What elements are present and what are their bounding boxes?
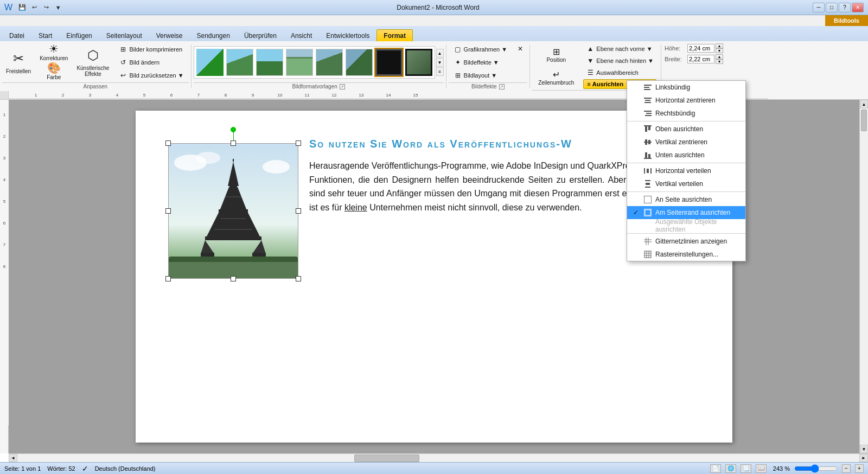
- gallery-item-3[interactable]: [255, 48, 284, 77]
- rastereinstellungen-label: Rastereinstellungen...: [655, 251, 718, 258]
- menu-item-oben-ausrichten[interactable]: Oben ausrichten: [627, 123, 745, 136]
- menu-item-horizontal-verteilen[interactable]: Horizontal verteilen: [627, 164, 745, 177]
- view-web-button[interactable]: 🌐: [725, 464, 736, 473]
- tab-seitenlayout[interactable]: Seitenlayout: [99, 29, 149, 41]
- handle-bm[interactable]: [231, 276, 236, 281]
- height-increment[interactable]: ▲: [716, 43, 723, 48]
- eiffel-background: [169, 144, 298, 278]
- freistellen-button[interactable]: ✂ Freistellen: [2, 42, 35, 81]
- gallery-item-8[interactable]: [404, 48, 433, 77]
- menu-item-horizontal-zentrieren[interactable]: Horizontal zentrieren: [627, 94, 745, 107]
- gallery-expand[interactable]: ≡: [436, 67, 444, 76]
- handle-br[interactable]: [296, 276, 301, 281]
- group-anpassen: ✂ Freistellen ☀ Korrekturen 🎨 Farbe ⬡ Kü…: [2, 42, 189, 90]
- handle-tr[interactable]: [296, 140, 301, 146]
- undo-button[interactable]: ↩: [29, 3, 40, 12]
- menu-item-an-seite-ausrichten[interactable]: An Seite ausrichten: [627, 193, 745, 206]
- kuenstlerische-effekte-button[interactable]: ⬡ KünstlerischeEffekte: [73, 42, 113, 81]
- remove-bg-button[interactable]: ✕: [513, 42, 527, 55]
- farbe-button[interactable]: 🎨 Farbe: [36, 61, 72, 80]
- scroll-thumb-h[interactable]: [354, 454, 419, 462]
- view-print-button[interactable]: 📃: [741, 464, 751, 473]
- save-button[interactable]: 💾: [17, 3, 28, 12]
- gallery-scroll-up[interactable]: ▲: [436, 49, 444, 57]
- bilder-komprimieren-button[interactable]: ⊞ Bilder komprimieren: [116, 44, 186, 55]
- height-decrement[interactable]: ▼: [716, 48, 723, 53]
- handle-tm[interactable]: [231, 140, 236, 146]
- view-normal-button[interactable]: 📄: [710, 464, 721, 473]
- width-increment[interactable]: ▲: [716, 54, 723, 59]
- svg-text:7: 7: [197, 93, 200, 98]
- customize-qa-button[interactable]: ▼: [53, 3, 63, 12]
- menu-item-vertikal-zentrieren[interactable]: Vertikal zentrieren: [627, 136, 745, 149]
- rotate-handle[interactable]: [231, 127, 236, 132]
- scrollbar-v[interactable]: ▲ ▼: [859, 100, 868, 453]
- zeilenumbruch-button[interactable]: ↵ Zeilenumbruch: [534, 68, 578, 87]
- korrekturen-button[interactable]: ☀ Korrekturen: [36, 42, 72, 61]
- handle-mr[interactable]: [296, 208, 301, 214]
- position-button[interactable]: ⊞ Position: [534, 46, 578, 64]
- menu-item-vertikal-verteilen[interactable]: Vertikal verteilen: [627, 177, 745, 190]
- svg-rect-63: [646, 183, 650, 185]
- close-button[interactable]: ✕: [852, 3, 864, 12]
- menu-item-linksbuendig[interactable]: Linksbündig: [627, 81, 745, 94]
- tab-start[interactable]: Start: [31, 29, 59, 41]
- gallery-item-7[interactable]: [374, 48, 404, 77]
- zoom-in-button[interactable]: +: [855, 464, 864, 473]
- image-container[interactable]: [168, 143, 298, 280]
- scroll-right-button[interactable]: ►: [859, 454, 868, 462]
- maximize-button[interactable]: □: [826, 3, 838, 12]
- svg-rect-44: [645, 100, 650, 101]
- tab-ueberprufen[interactable]: Überprüfen: [237, 29, 284, 41]
- scroll-left-button[interactable]: ◄: [9, 454, 17, 462]
- tab-sendungen[interactable]: Sendungen: [189, 29, 237, 41]
- gallery-item-2[interactable]: [225, 48, 254, 77]
- vertikal-zentrieren-label: Vertikal zentrieren: [655, 138, 707, 146]
- zoom-slider[interactable]: [794, 465, 838, 472]
- auswahlbereich-button[interactable]: ☰ Auswahlbereich: [583, 67, 656, 78]
- scrollbar-h[interactable]: ◄ ►: [9, 453, 868, 462]
- zoom-out-button[interactable]: −: [842, 464, 851, 473]
- title-bar: W 💾 ↩ ↪ ▼ Dokument2 - Microsoft Word ─ □…: [0, 0, 868, 15]
- width-input[interactable]: [687, 55, 714, 63]
- tab-entwicklertools[interactable]: Entwicklertools: [319, 29, 376, 41]
- help-button[interactable]: ?: [839, 3, 851, 12]
- handle-ml[interactable]: [165, 208, 171, 214]
- gallery-item-6[interactable]: [344, 48, 374, 77]
- menu-item-unten-ausrichten[interactable]: Unten ausrichten: [627, 149, 745, 162]
- view-reading-button[interactable]: 📖: [756, 464, 767, 473]
- scroll-thumb-v[interactable]: [861, 110, 867, 131]
- group-bildformatvorlagen-expand[interactable]: ↗: [340, 84, 345, 89]
- bild-aendern-button[interactable]: ↺ Bild ändern: [116, 57, 186, 68]
- minimize-button[interactable]: ─: [813, 3, 825, 12]
- height-input[interactable]: [687, 44, 714, 53]
- menu-item-gitternetzlinien[interactable]: Gitternetzlinien anzeigen: [627, 235, 745, 248]
- handle-bl[interactable]: [165, 276, 171, 281]
- redo-button[interactable]: ↪: [41, 3, 52, 12]
- width-decrement[interactable]: ▼: [716, 59, 723, 64]
- language[interactable]: Deutsch (Deutschland): [95, 465, 156, 472]
- menu-item-rastereinstellungen[interactable]: Rastereinstellungen...: [627, 248, 745, 261]
- ebene-nach-vorne-button[interactable]: ▲ Ebene nach vorne ▼: [583, 43, 656, 54]
- scroll-down-button[interactable]: ▼: [860, 445, 868, 453]
- ebene-nach-hinten-button[interactable]: ▼ Ebene nach hinten ▼: [583, 55, 656, 66]
- tab-einfuegen[interactable]: Einfügen: [59, 29, 99, 41]
- tab-verweise[interactable]: Verweise: [149, 29, 190, 41]
- gallery-item-5[interactable]: [315, 48, 344, 77]
- gallery-scroll-down[interactable]: ▼: [436, 58, 444, 67]
- grafikrahmen-button[interactable]: ▢ Grafikrahmen ▼: [451, 44, 510, 55]
- tab-datei[interactable]: Datei: [2, 29, 31, 41]
- bildlayout-button[interactable]: ⊞ Bildlayout ▼: [451, 70, 510, 81]
- handle-tl[interactable]: [165, 140, 171, 146]
- scroll-up-button[interactable]: ▲: [860, 100, 868, 108]
- gallery-item-1[interactable]: [195, 48, 225, 77]
- tab-ansicht[interactable]: Ansicht: [284, 29, 319, 41]
- gallery-item-4[interactable]: [285, 48, 314, 77]
- menu-item-am-seitenrand-ausrichten[interactable]: ✓ Am Seitenrand ausrichten: [627, 206, 745, 219]
- menu-item-rechtsbuendig[interactable]: Rechtsbündig: [627, 107, 745, 120]
- tab-format[interactable]: Format: [376, 29, 413, 41]
- group-bildeffekte-expand[interactable]: ↗: [499, 84, 505, 89]
- bildeffekte-button[interactable]: ✦ Bildeffekte ▼: [451, 57, 510, 68]
- word-count: Wörter: 52: [47, 465, 75, 472]
- bild-zuruecksetzen-button[interactable]: ↩ Bild zurücksetzen ▼: [116, 70, 186, 81]
